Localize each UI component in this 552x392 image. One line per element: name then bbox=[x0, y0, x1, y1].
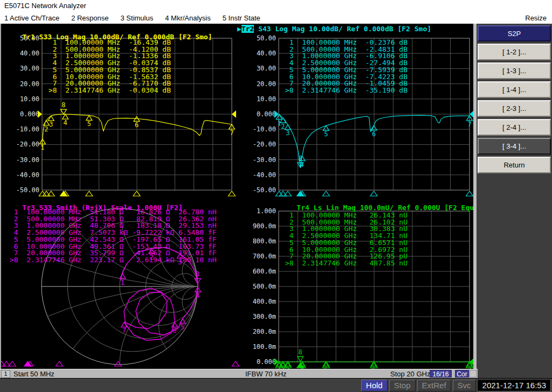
softkey-sidebar: S2P[ 1-2 ]...[ 1-3 ]...[ 1-4 ]...[ 2-3 ]… bbox=[477, 24, 552, 378]
tr3-marker-table: 1 100.00000 MHz 51.180 Ω 16.826 Ω 26.780… bbox=[10, 209, 217, 264]
menu-item-3[interactable]: 3 Stimulus bbox=[121, 14, 154, 22]
window-left-border bbox=[0, 24, 1, 369]
tr4-marker-table: 1 100.00000 MHz 26.143 nU 2 500.00000 MH… bbox=[285, 212, 408, 267]
tr2-marker-table: 1 100.00000 MHz -0.2376 dB 2 500.00000 M… bbox=[285, 39, 408, 94]
tr2-title-text: S43 Log Mag 10.00dB/ Ref 0.000dB [F2 Smo… bbox=[254, 25, 431, 33]
softkey-12[interactable]: [ 1-2 ]... bbox=[478, 44, 551, 60]
marker-row: >8 2.3147746 GHz -35.190 dB bbox=[285, 87, 408, 94]
softkey-return[interactable]: Return bbox=[478, 157, 551, 173]
marker-row: >8 2.3147746 GHz 223.17 Ω 2.6194 kΩ 180.… bbox=[10, 257, 217, 264]
softkey-23[interactable]: [ 2-3 ]... bbox=[478, 100, 551, 117]
menu-item-4[interactable]: 4 Mkr/Analysis bbox=[165, 14, 211, 22]
status-bar: 1 Start 50 MHz IFBW 70 kHz Stop 20 GHz 1… bbox=[0, 369, 478, 378]
svc-indicator: Svc bbox=[453, 380, 476, 391]
active-trace-arrow-icon: ▶ bbox=[237, 25, 242, 33]
marker-row: >8 2.3147746 GHz 487.85 nU bbox=[285, 260, 408, 267]
window-titlebar: E5071C Network Analyzer bbox=[0, 0, 552, 12]
start-frequency-label: Start 50 MHz bbox=[13, 370, 54, 378]
menu-bar: 1 Active Ch/Trace2 Response3 Stimulus4 M… bbox=[0, 12, 552, 24]
analyzer-window: E5071C Network Analyzer 1 Active Ch/Trac… bbox=[0, 0, 552, 392]
channel-indicator: 1 bbox=[1, 370, 10, 378]
sweep-points-badge: 16/16 bbox=[430, 370, 452, 377]
status-empty-cell bbox=[470, 370, 477, 377]
extref-indicator: ExtRef bbox=[417, 380, 451, 391]
tr1-marker-table: 1 100.00000 MHz -16.439 dB 2 500.00000 M… bbox=[49, 39, 171, 94]
tr2-title: ▶Tr2 S43 Log Mag 10.00dB/ Ref 0.000dB [F… bbox=[237, 25, 431, 33]
softkey-14[interactable]: [ 1-4 ]... bbox=[478, 81, 551, 98]
hold-indicator: Hold bbox=[361, 380, 388, 391]
tr2-active-badge: Tr2 bbox=[242, 25, 254, 33]
menu-resize[interactable]: Resize bbox=[525, 14, 547, 22]
menu-item-2[interactable]: 2 Response bbox=[71, 14, 108, 22]
ifbw-label: IFBW 70 kHz bbox=[245, 370, 287, 378]
stop-indicator: Stop bbox=[389, 380, 416, 391]
instrument-status-bar: Hold Stop ExtRef Svc 2021-12-17 16:53 bbox=[0, 378, 552, 392]
menu-item-5[interactable]: 5 Instr State bbox=[223, 14, 260, 22]
window-title: E5071C Network Analyzer bbox=[4, 2, 86, 10]
softkey-13[interactable]: [ 1-3 ]... bbox=[478, 62, 551, 79]
marker-row: >8 2.3147746 GHz -0.0304 dB bbox=[49, 87, 171, 94]
menu-item-1[interactable]: 1 Active Ch/Trace bbox=[4, 14, 59, 22]
stop-frequency-label: Stop 20 GHz bbox=[390, 370, 430, 378]
tr4-title-text: Tr4 Ls Lin Mag 100.0mU/ Ref 0.000U [F2 E… bbox=[296, 204, 478, 212]
softkey-header-s2p: S2P bbox=[478, 25, 551, 41]
softkey-34[interactable]: [ 3-4 ]... bbox=[478, 138, 551, 155]
datetime-display: 2021-12-17 16:53 bbox=[478, 380, 551, 391]
softkey-24[interactable]: [ 2-4 ]... bbox=[478, 119, 551, 136]
correction-badge: Cor bbox=[455, 370, 469, 377]
